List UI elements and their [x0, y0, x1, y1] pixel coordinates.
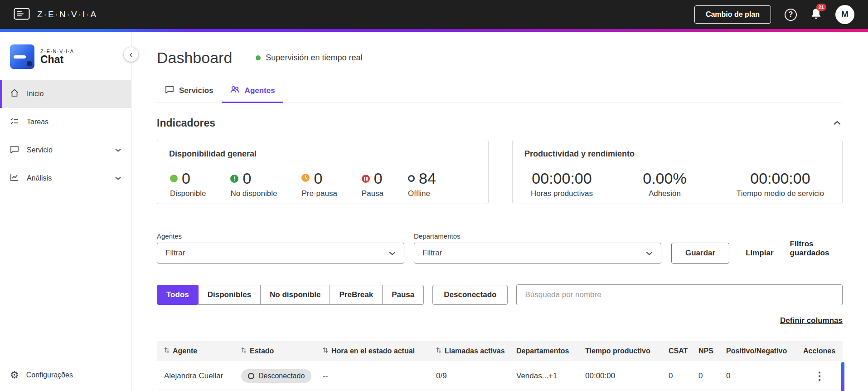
indicators-header: Indicadores: [157, 116, 843, 130]
column-header-hora-estado[interactable]: Hora en el estado actual: [323, 347, 436, 355]
departments-filter-field: Departamentos Filtrar: [414, 232, 661, 264]
status-filter-todos[interactable]: Todos: [157, 285, 199, 305]
sidebar-item-tareas[interactable]: Tareas: [0, 108, 131, 136]
column-header-llamadas[interactable]: Llamadas activas: [436, 347, 516, 355]
sidebar-item-inicio[interactable]: Inicio: [0, 80, 131, 108]
chevron-down-icon: [646, 249, 653, 258]
search-input[interactable]: [516, 284, 843, 305]
column-header-positivo-negativo: Positivo/Negativo: [726, 347, 803, 355]
column-label: Positivo/Negativo: [726, 347, 787, 355]
productivity-stats: 00:00:00 Horas productivas 0.00% Adhesió…: [524, 170, 830, 198]
agents-filter-select[interactable]: Filtrar: [157, 243, 404, 264]
sort-icon: [241, 347, 247, 355]
stat-label: Horas productivas: [531, 189, 593, 198]
sidebar: ‹ Z·E·N·V·I·A Chat: [0, 32, 131, 391]
status-filter-desconectado[interactable]: Desconectado: [432, 285, 508, 305]
column-label: Departamentos: [516, 347, 569, 355]
agents-table: Agente Estado Hora en el estado actual L…: [157, 341, 843, 391]
column-header-acciones: Acciones: [803, 347, 835, 355]
status-filter-pausa[interactable]: Pausa: [382, 285, 424, 305]
cell-active-calls: 0/9: [436, 371, 516, 381]
clear-link[interactable]: Limpiar: [746, 249, 773, 258]
cell-departments: Vendas...+1: [516, 371, 585, 381]
departments-filter-select[interactable]: Filtrar: [414, 243, 661, 264]
chevron-down-icon: [115, 148, 121, 152]
sidebar-item-label: Configurações: [26, 371, 73, 379]
active-tab-underline: [222, 102, 283, 103]
row-actions-kebab-icon[interactable]: ⋮: [803, 371, 835, 381]
cell-time-in-status: --: [323, 371, 436, 381]
home-icon: [10, 88, 19, 99]
stat-offline: 84 Offline: [408, 170, 436, 198]
sort-icon: [436, 347, 441, 355]
stat-horas-productivas: 00:00:00 Horas productivas: [531, 170, 593, 198]
column-label: Hora en el estado actual: [331, 347, 415, 355]
availability-stats: 0 Disponible ! 0 No disponible: [169, 170, 476, 198]
status-filter-row: Todos Disponibles No disponible PreBreak…: [157, 284, 843, 305]
column-header-nps: NPS: [698, 347, 726, 355]
tab-label: Servicios: [179, 86, 213, 95]
user-avatar[interactable]: M: [835, 5, 854, 24]
status-filter-disponibles[interactable]: Disponibles: [198, 285, 261, 305]
app-root: Z·E·N·V·I·A Cambio de plan ? 21 M ‹: [0, 0, 868, 391]
define-columns-row: Definir columnas: [157, 316, 843, 326]
column-header-agente[interactable]: Agente: [164, 347, 241, 355]
stat-value: 0: [314, 170, 322, 187]
select-value: Filtrar: [422, 249, 442, 258]
saved-filters-link[interactable]: Filtros guardados: [790, 239, 843, 258]
table-header-row: Agente Estado Hora en el estado actual L…: [157, 341, 843, 361]
notifications-button[interactable]: 21: [810, 8, 822, 22]
chat-logo-bar: [14, 55, 26, 59]
sidebar-item-analisis[interactable]: Análisis: [0, 164, 131, 192]
tab-servicios[interactable]: Servicios: [157, 81, 222, 102]
stat-label: Pausa: [362, 189, 383, 198]
change-plan-button[interactable]: Cambio de plan: [694, 5, 771, 24]
status-filter-prebreak[interactable]: PreBreak: [330, 285, 383, 305]
sidebar-item-configuracoes[interactable]: ⚙ Configurações: [0, 359, 131, 391]
live-status-label: Supervisión en tiempo real: [266, 53, 362, 63]
status-badge-label: Desconectado: [258, 372, 305, 380]
agents-filter-label: Agentes: [157, 232, 404, 240]
sidebar-collapse-button[interactable]: ‹: [124, 47, 138, 62]
status-filter-group: Todos Disponibles No disponible PreBreak…: [157, 285, 424, 305]
chevron-up-icon[interactable]: [832, 119, 843, 127]
save-button[interactable]: Guardar: [671, 243, 729, 264]
status-filter-no-disponible[interactable]: No disponible: [260, 285, 330, 305]
stat-value: 84: [419, 170, 436, 187]
cell-csat: 0: [669, 371, 698, 381]
live-dot-icon: [256, 55, 261, 60]
stat-label: Disponible: [170, 189, 206, 198]
chevron-down-icon: [389, 249, 396, 258]
sidebar-item-label: Tareas: [27, 118, 48, 126]
help-icon[interactable]: ?: [785, 9, 797, 21]
product-logo: Z·E·N·V·I·A Chat: [0, 32, 131, 80]
table-row: Alejandra Cuellar Desconectado -- 0/9 Ve…: [157, 361, 843, 391]
stat-value: 0.00%: [643, 170, 686, 187]
column-header-estado[interactable]: Estado: [241, 347, 323, 355]
column-label: Estado: [250, 347, 274, 355]
notification-badge: 21: [816, 4, 826, 11]
stat-tiempo-medio: 00:00:00 Tiempo medio de servicio: [737, 170, 824, 198]
column-label: CSAT: [669, 347, 688, 355]
table-scrollbar[interactable]: [841, 362, 844, 391]
column-label: Llamadas activas: [445, 347, 505, 355]
main-content: Dashboard Supervisión en tiempo real Ser…: [131, 32, 868, 391]
chat-bubble-icon: [10, 145, 19, 155]
stat-label: Adhesión: [649, 189, 681, 198]
tab-agentes[interactable]: Agentes: [222, 81, 283, 102]
stat-pausa: 0 Pausa: [362, 170, 383, 198]
column-label: Acciones: [803, 347, 835, 355]
gear-icon: ⚙: [10, 370, 19, 380]
stat-value: 00:00:00: [532, 170, 592, 187]
sort-icon: [323, 347, 328, 355]
sidebar-item-servicio[interactable]: Servicio: [0, 136, 131, 164]
column-label: NPS: [698, 347, 713, 355]
stat-label: No disponible: [230, 189, 277, 198]
agents-filter-field: Agentes Filtrar: [157, 232, 404, 264]
stat-value: 00:00:00: [750, 170, 810, 187]
cell-nps: 0: [698, 371, 726, 381]
define-columns-link[interactable]: Definir columnas: [780, 316, 843, 325]
indicators-title: Indicadores: [157, 117, 215, 129]
column-header-tiempo-productivo: Tiempo productivo: [585, 347, 669, 355]
cell-status: Desconectado: [241, 369, 323, 383]
